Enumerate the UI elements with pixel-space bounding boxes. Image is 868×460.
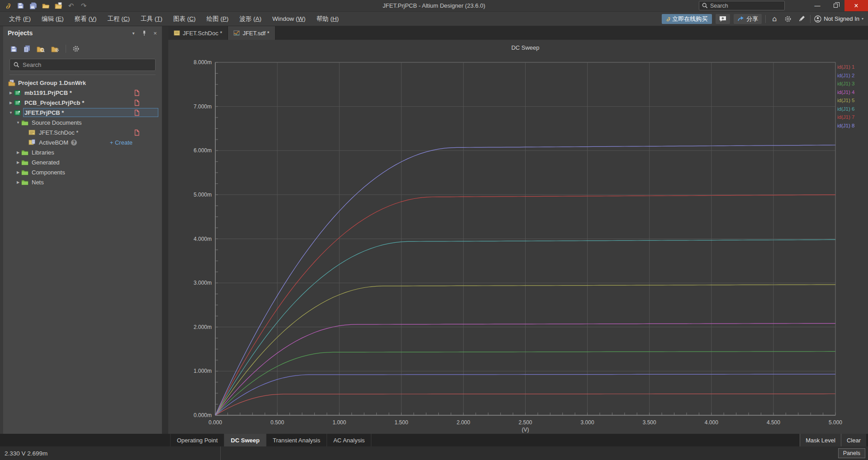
restore-button[interactable] bbox=[826, 0, 844, 11]
legend-item[interactable]: id(J1) 2 bbox=[837, 73, 854, 78]
analysis-tab-dc-sweep[interactable]: DC Sweep bbox=[224, 434, 266, 446]
menu-item-8[interactable]: 波形 (A) bbox=[234, 13, 267, 25]
documents-icon[interactable] bbox=[24, 45, 30, 52]
open-project-icon[interactable] bbox=[53, 1, 63, 10]
buy-online-button[interactable]: ∂ 立即在线购买 bbox=[662, 14, 712, 24]
tree-item-label: JFET.PrjPCB * bbox=[24, 109, 64, 116]
tree-item-pcb-project-prjpcb[interactable]: ▶PCB_Project.PrjPcb * bbox=[3, 98, 162, 108]
mask-level-button[interactable]: Mask Level bbox=[800, 434, 841, 446]
panel-menu-button[interactable]: ▾ bbox=[130, 30, 137, 36]
tree-item-project-group-1-dsnwrk[interactable]: Project Group 1.DsnWrk bbox=[3, 78, 162, 88]
menu-item-10[interactable]: 帮助 (H) bbox=[311, 13, 345, 25]
comment-button[interactable] bbox=[716, 14, 730, 24]
document-tab-bar: JFET.SchDoc *JFET.sdf * bbox=[168, 26, 868, 40]
analysis-tab-ac-analysis[interactable]: AC Analysis bbox=[327, 434, 371, 446]
panel-pin-button[interactable] bbox=[141, 30, 147, 36]
share-icon bbox=[737, 16, 744, 22]
help-icon[interactable]: ? bbox=[71, 140, 77, 146]
save-all-icon[interactable] bbox=[28, 1, 38, 10]
customize-button[interactable] bbox=[797, 14, 806, 24]
chevron-collapsed-icon[interactable]: ▶ bbox=[8, 101, 14, 105]
altium-logo-icon: ∂ bbox=[3, 1, 13, 10]
x-axis-tick-label: 1.500 bbox=[394, 419, 408, 426]
sign-in-button[interactable]: Not Signed In ▾ bbox=[814, 15, 863, 23]
pcb-project-icon bbox=[14, 109, 23, 116]
menu-item-1[interactable]: 文件 (F) bbox=[4, 13, 36, 25]
tree-item-nets[interactable]: ▶Nets bbox=[3, 177, 162, 187]
menu-item-3[interactable]: 察看 (V) bbox=[69, 13, 102, 25]
search-folder-icon[interactable] bbox=[37, 46, 45, 52]
y-axis-tick-label: 1.000m bbox=[194, 368, 212, 374]
tree-item-jfet-schdoc[interactable]: JFET.SchDoc * bbox=[3, 127, 162, 137]
x-axis-tick-label: 5.000 bbox=[829, 419, 842, 426]
cursor-coordinates: 2.330 V 2.699m bbox=[0, 446, 221, 460]
settings-button[interactable] bbox=[783, 14, 793, 24]
open-icon[interactable] bbox=[41, 1, 51, 10]
divider bbox=[810, 15, 811, 23]
x-axis-tick-label: 2.500 bbox=[518, 419, 532, 426]
folder-settings-icon[interactable] bbox=[51, 46, 59, 52]
folder-icon bbox=[21, 179, 30, 185]
legend-item[interactable]: id(J1) 6 bbox=[837, 106, 854, 112]
legend-item[interactable]: id(J1) 1 bbox=[837, 64, 854, 70]
panel-close-button[interactable]: × bbox=[152, 30, 158, 36]
tree-item-libraries[interactable]: ▶Libraries bbox=[3, 147, 162, 157]
tree-item-jfet-prjpcb[interactable]: ▼JFET.PrjPCB * bbox=[3, 108, 162, 117]
legend-item[interactable]: id(J1) 5 bbox=[837, 98, 854, 103]
document-tab-jfet-schdoc[interactable]: JFET.SchDoc * bbox=[168, 26, 228, 40]
undo-icon[interactable]: ↶ bbox=[66, 1, 76, 10]
close-button[interactable]: × bbox=[844, 0, 868, 11]
project-tree: Project Group 1.DsnWrk▶mb1191.PrjPCB *▶P… bbox=[3, 78, 162, 434]
y-axis-tick-label: 8.000m bbox=[194, 59, 212, 66]
tree-item-activebom[interactable]: ActiveBOM?+ Create bbox=[3, 137, 162, 147]
analysis-tab-operating-point[interactable]: Operating Point bbox=[171, 434, 224, 446]
schdoc-tab-icon bbox=[174, 30, 180, 36]
chevron-expanded-icon[interactable]: ▼ bbox=[15, 121, 21, 125]
tree-item-components[interactable]: ▶Components bbox=[3, 167, 162, 177]
redo-icon[interactable]: ↷ bbox=[79, 1, 89, 10]
titlebar-search-input[interactable] bbox=[710, 3, 773, 9]
legend-item[interactable]: id(J1) 7 bbox=[837, 114, 854, 120]
create-bom-link[interactable]: + Create bbox=[110, 139, 133, 146]
share-button[interactable]: 分享 bbox=[734, 14, 762, 24]
dc-sweep-chart[interactable]: DC Sweep0.000m1.000m2.000m3.000m4.000m5.… bbox=[168, 40, 868, 434]
analysis-tab-transient-analysis[interactable]: Transient Analysis bbox=[266, 434, 327, 446]
chevron-collapsed-icon[interactable]: ▶ bbox=[8, 91, 14, 95]
legend-item[interactable]: id(J1) 8 bbox=[837, 123, 854, 128]
save-icon[interactable] bbox=[10, 46, 17, 52]
tree-item-source-documents[interactable]: ▼Source Documents bbox=[3, 117, 162, 127]
menu-item-2[interactable]: 编辑 (E) bbox=[36, 13, 69, 25]
projects-search-input[interactable] bbox=[23, 61, 140, 68]
titlebar-search[interactable] bbox=[699, 1, 785, 10]
menu-item-6[interactable]: 图表 (C) bbox=[168, 13, 201, 25]
menu-item-9[interactable]: Window (W) bbox=[267, 14, 311, 24]
clear-button[interactable]: Clear bbox=[841, 434, 866, 446]
folder-icon bbox=[21, 120, 30, 126]
chevron-expanded-icon[interactable]: ▼ bbox=[8, 111, 14, 115]
legend-item[interactable]: id(J1) 3 bbox=[837, 81, 854, 86]
projects-panel: Projects ▾ × Project Group 1.DsnWrk▶mb11… bbox=[0, 26, 162, 434]
menu-item-4[interactable]: 工程 (C) bbox=[102, 13, 136, 25]
gear-icon[interactable] bbox=[72, 45, 80, 52]
panel-splitter[interactable] bbox=[162, 26, 168, 434]
chevron-collapsed-icon[interactable]: ▶ bbox=[15, 180, 21, 184]
tree-item-mb1191-prjpcb[interactable]: ▶mb1191.PrjPCB * bbox=[3, 88, 162, 98]
home-button[interactable]: ⌂ bbox=[769, 14, 779, 24]
panels-button[interactable]: Panels bbox=[838, 448, 865, 458]
divider bbox=[66, 45, 66, 53]
close-icon: × bbox=[854, 2, 858, 10]
legend-item[interactable]: id(J1) 4 bbox=[837, 89, 855, 95]
chevron-collapsed-icon[interactable]: ▶ bbox=[15, 170, 21, 174]
chevron-collapsed-icon[interactable]: ▶ bbox=[15, 150, 21, 155]
bom-icon bbox=[28, 139, 38, 146]
gear-icon bbox=[784, 15, 792, 23]
tree-item-generated[interactable]: ▶Generated bbox=[3, 157, 162, 167]
projects-search[interactable] bbox=[9, 59, 156, 71]
chevron-collapsed-icon[interactable]: ▶ bbox=[15, 160, 21, 164]
document-tab-jfet-sdf[interactable]: JFET.sdf * bbox=[228, 26, 275, 40]
menu-item-5[interactable]: 工具 (T) bbox=[135, 13, 168, 25]
minimize-button[interactable]: ― bbox=[808, 0, 826, 11]
save-icon[interactable] bbox=[15, 1, 25, 10]
status-bar: 2.330 V 2.699m Panels bbox=[0, 446, 868, 460]
menu-item-7[interactable]: 绘图 (P) bbox=[201, 13, 234, 25]
